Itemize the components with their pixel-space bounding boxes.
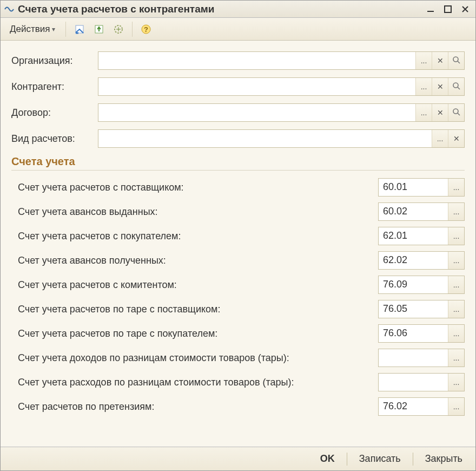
settlements-clear-button[interactable]: ✕ bbox=[448, 130, 464, 147]
account-value[interactable]: 76.05 bbox=[379, 300, 448, 318]
account-field[interactable]: 60.01... bbox=[378, 178, 465, 197]
toolbar-icon-1[interactable] bbox=[71, 21, 88, 37]
account-value[interactable] bbox=[379, 349, 448, 367]
account-select-button[interactable]: ... bbox=[448, 398, 464, 415]
contract-clear-button[interactable]: ✕ bbox=[432, 104, 448, 121]
maximize-button[interactable] bbox=[441, 3, 455, 15]
ok-button[interactable]: OK bbox=[314, 451, 341, 467]
write-button[interactable]: Записать bbox=[353, 451, 407, 467]
account-field[interactable]: ... bbox=[378, 349, 465, 367]
svg-line-10 bbox=[458, 87, 460, 89]
titlebar: Счета учета расчетов с контрагентами bbox=[1, 1, 475, 18]
contractor-select-button[interactable]: ... bbox=[415, 78, 432, 95]
chevron-down-icon: ▾ bbox=[52, 25, 55, 33]
toolbar: Действия ▾ ? bbox=[1, 18, 475, 41]
account-field[interactable]: 76.05... bbox=[378, 300, 465, 318]
actions-label: Действия bbox=[10, 24, 50, 35]
account-row: Счет учета расчетов с поставщиком:60.01.… bbox=[11, 178, 465, 197]
ellipsis-icon: ... bbox=[453, 402, 460, 411]
search-icon bbox=[452, 108, 461, 118]
toolbar-separator bbox=[132, 22, 133, 37]
account-select-button[interactable]: ... bbox=[448, 374, 464, 391]
account-field[interactable]: 76.06... bbox=[378, 324, 465, 343]
contractor-value[interactable] bbox=[98, 78, 415, 95]
account-select-button[interactable]: ... bbox=[448, 325, 464, 342]
contract-search-button[interactable] bbox=[448, 104, 464, 121]
contract-field[interactable]: ... ✕ bbox=[98, 103, 465, 122]
contract-label: Договор: bbox=[11, 107, 98, 119]
account-select-button[interactable]: ... bbox=[448, 252, 464, 269]
contractor-clear-button[interactable]: ✕ bbox=[432, 78, 448, 95]
account-label: Счет учета доходов по разницам стоимости… bbox=[18, 352, 378, 364]
svg-line-12 bbox=[458, 113, 460, 115]
account-select-button[interactable]: ... bbox=[448, 349, 464, 367]
organization-search-button[interactable] bbox=[448, 52, 464, 69]
account-select-button[interactable]: ... bbox=[448, 179, 464, 196]
minimize-button[interactable] bbox=[424, 3, 438, 15]
contractor-row: Контрагент: ... ✕ bbox=[11, 77, 465, 96]
organization-value[interactable] bbox=[98, 52, 415, 69]
contract-value[interactable] bbox=[98, 104, 415, 121]
account-value[interactable]: 76.02 bbox=[379, 398, 448, 415]
contractor-field[interactable]: ... ✕ bbox=[98, 77, 465, 96]
account-row: Счет учета авансов полученных:62.02... bbox=[11, 251, 465, 270]
actions-menu[interactable]: Действия ▾ bbox=[5, 21, 60, 37]
account-select-button[interactable]: ... bbox=[448, 227, 464, 245]
account-value[interactable]: 60.01 bbox=[379, 179, 448, 196]
account-label: Счет учета расчетов по таре с поставщико… bbox=[18, 304, 378, 315]
account-value[interactable]: 76.09 bbox=[379, 276, 448, 293]
search-icon bbox=[452, 82, 461, 92]
account-select-button[interactable]: ... bbox=[448, 276, 464, 293]
contract-select-button[interactable]: ... bbox=[415, 104, 432, 121]
account-label: Счет расчетов по претензиям: bbox=[18, 401, 378, 413]
settlements-field[interactable]: ... ✕ bbox=[98, 129, 465, 148]
toolbar-icon-3[interactable] bbox=[110, 21, 127, 37]
account-select-button[interactable]: ... bbox=[448, 300, 464, 318]
section-divider bbox=[11, 170, 465, 171]
account-select-button[interactable]: ... bbox=[448, 203, 464, 220]
window: Счета учета расчетов с контрагентами Дей… bbox=[0, 0, 476, 471]
account-row: Счет учета расходов по разницам стоимост… bbox=[11, 373, 465, 391]
settlements-label: Вид расчетов: bbox=[11, 133, 98, 145]
account-value[interactable]: 62.01 bbox=[379, 227, 448, 245]
account-label: Счет учета расходов по разницам стоимост… bbox=[18, 377, 378, 388]
account-field[interactable]: 62.01... bbox=[378, 227, 465, 245]
svg-point-7 bbox=[453, 57, 458, 62]
contractor-search-button[interactable] bbox=[448, 78, 464, 95]
account-label: Счет учета расчетов с покупателем: bbox=[18, 231, 378, 242]
close-button[interactable]: Закрыть bbox=[419, 451, 469, 467]
ellipsis-icon: ... bbox=[453, 207, 460, 216]
account-field[interactable]: 62.02... bbox=[378, 251, 465, 270]
organization-select-button[interactable]: ... bbox=[415, 52, 432, 69]
help-button[interactable]: ? bbox=[138, 21, 154, 37]
toolbar-icon-2[interactable] bbox=[91, 21, 107, 37]
account-field[interactable]: 60.02... bbox=[378, 202, 465, 221]
organization-field[interactable]: ... ✕ bbox=[98, 51, 465, 70]
clear-icon: ✕ bbox=[437, 108, 444, 117]
account-row: Счет учета расчетов с покупателем:62.01.… bbox=[11, 227, 465, 245]
account-label: Счет учета авансов полученных: bbox=[18, 255, 378, 266]
account-value[interactable] bbox=[379, 374, 448, 391]
account-label: Счет учета авансов выданных: bbox=[18, 206, 378, 218]
account-field[interactable]: 76.02... bbox=[378, 397, 465, 416]
close-window-button[interactable] bbox=[458, 3, 472, 15]
account-field[interactable]: 76.09... bbox=[378, 276, 465, 294]
organization-row: Организация: ... ✕ bbox=[11, 51, 465, 70]
ellipsis-icon: ... bbox=[421, 82, 427, 91]
clear-icon: ✕ bbox=[437, 56, 444, 65]
account-field[interactable]: ... bbox=[378, 373, 465, 391]
account-value[interactable]: 76.06 bbox=[379, 325, 448, 342]
ellipsis-icon: ... bbox=[453, 183, 460, 192]
ellipsis-icon: ... bbox=[421, 108, 427, 117]
svg-rect-1 bbox=[445, 6, 451, 12]
account-value[interactable]: 62.02 bbox=[379, 252, 448, 269]
settlements-select-button[interactable]: ... bbox=[432, 130, 448, 147]
account-value[interactable]: 60.02 bbox=[379, 203, 448, 220]
organization-clear-button[interactable]: ✕ bbox=[432, 52, 448, 69]
form-body: Организация: ... ✕ Контрагент: ... ✕ Дог… bbox=[1, 41, 475, 447]
account-label: Счет учета расчетов с комитентом: bbox=[18, 279, 378, 291]
svg-line-8 bbox=[458, 61, 460, 63]
svg-point-9 bbox=[453, 83, 458, 88]
ellipsis-icon: ... bbox=[453, 256, 460, 265]
settlements-value[interactable] bbox=[98, 130, 432, 147]
